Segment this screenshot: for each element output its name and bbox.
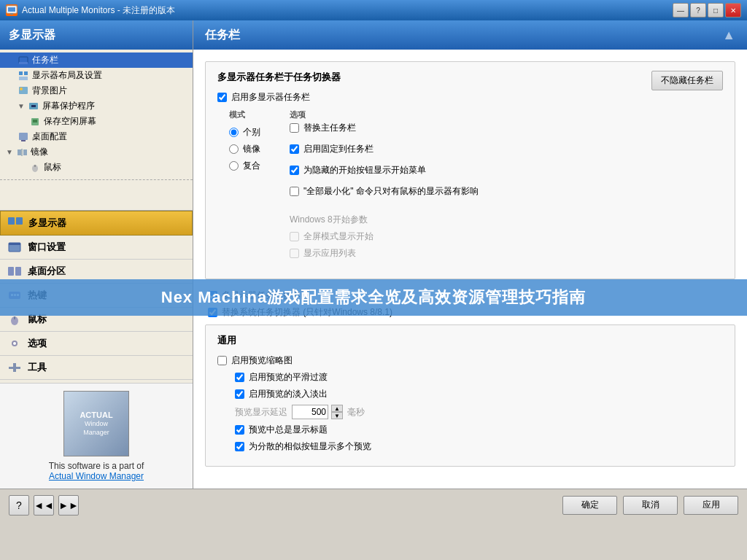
svg-rect-22 [16,217,23,225]
promo-link[interactable]: Actual Window Manager [7,471,185,481]
fade-checkbox[interactable] [235,389,244,399]
ok-button[interactable]: 确定 [562,496,617,515]
layout-tree-icon [18,70,29,82]
desktop-tree-icon [18,131,29,143]
tree-item-mirror[interactable]: ▼ 镜像 [0,144,193,160]
svg-rect-5 [19,71,23,75]
content-area: 多显示器 任务栏 显示器布局及设置 [0,20,747,489]
svg-rect-21 [8,217,15,225]
mode-options-grid: 模式 个别 镜像 复合 [229,109,723,264]
restore-button[interactable]: □ [708,3,724,18]
expand-icon-mirror: ▼ [6,148,15,156]
win8-opt1-checkbox[interactable] [290,232,299,241]
close-button[interactable]: ✕ [725,3,741,18]
help-bottom-button[interactable]: ? [9,495,29,516]
options-column: 选项 替换主任务栏 启用固定到任务栏 [290,109,479,264]
svg-rect-32 [14,316,15,319]
nav-btn-options[interactable]: 选项 [0,332,193,356]
cancel-button[interactable]: 取消 [623,496,678,515]
tree-item-screensaver[interactable]: ▼ 屏幕保护程序 [0,98,193,114]
tree-item-taskbar[interactable]: 任务栏 [0,52,193,68]
win8-opt1-row: 全屏模式显示开始 [290,230,479,243]
expand-icon-screensaver: ▼ [18,102,26,110]
option2-row: 启用固定到任务栏 [290,143,479,155]
mode-mirror-row: 镜像 [229,143,260,155]
mode-composite-row: 复合 [229,160,260,172]
option1-label: 替换主任务栏 [303,122,356,134]
mode-mirror-label: 镜像 [243,143,260,155]
nav-label-window-settings: 窗口设置 [28,241,66,254]
tree-item-desktop[interactable]: 桌面配置 [0,129,193,144]
bottom-left-buttons: ? ◄◄ ►► [9,495,79,516]
option1-row: 替换主任务栏 [290,122,479,134]
option3-checkbox[interactable] [290,166,299,175]
svg-rect-11 [31,105,36,107]
preview-thumb-checkbox[interactable] [217,356,227,365]
window-nav-icon [7,240,22,254]
svg-rect-24 [9,243,20,245]
tree-label-mirror: 镜像 [31,146,48,158]
bottom-toolbar: ? ◄◄ ►► 确定 取消 应用 [0,489,747,521]
wallpaper-tree-icon [18,85,29,97]
nav-btn-window-settings[interactable]: 窗口设置 [0,236,193,260]
enable-multi-taskbar-label: 启用多显示器任务栏 [231,91,310,104]
win8-opt2-checkbox[interactable] [290,249,299,258]
delay-value-input[interactable]: 500 [292,405,328,419]
spinner-up-button[interactable]: ▲ [331,405,343,412]
tree-area: 任务栏 显示器布局及设置 背景图片 ▼ [0,50,193,210]
delay-spinner: 500 ▲ ▼ [292,405,343,419]
enable-multi-taskbar-checkbox[interactable] [217,93,227,102]
win8-section: Windows 8开始参数 全屏模式显示开始 显示应用列表 [290,208,479,260]
option1-checkbox[interactable] [290,123,299,133]
option4-checkbox[interactable] [290,187,299,196]
show-title-checkbox[interactable] [235,425,244,435]
tree-label-desktop: 桌面配置 [32,131,67,143]
spinner-down-button[interactable]: ▼ [331,412,343,419]
multi-preview-checkbox[interactable] [235,442,244,451]
nav-btn-multi-monitor[interactable]: 多显示器 [0,211,193,236]
overlay-banner: Nex Machina游戏配置需求全览及高效资源管理技巧指南 [0,279,747,316]
option2-checkbox[interactable] [290,144,299,154]
not-hide-taskbar-button[interactable]: 不隐藏任务栏 [651,71,723,90]
title-bar-buttons: — ? □ ✕ [673,3,741,18]
nav-label-desktop-split: 桌面分区 [28,265,66,278]
tree-item-display-layout[interactable]: 显示器布局及设置 [0,68,193,83]
fade-label: 启用预览的淡入淡出 [249,388,328,400]
win8-opt1-label: 全屏模式显示开始 [303,230,374,243]
nav-label-options: 选项 [28,337,47,350]
mode-composite-radio[interactable] [229,161,239,171]
svg-rect-16 [18,149,21,155]
option4-row: "全部最小化" 命令只对有鼠标的显示器有影响 [290,185,479,198]
top-row: 多显示器任务栏于任务切换器 不隐藏任务栏 [217,71,723,91]
tree-label-screensaver: 屏幕保护程序 [42,100,95,112]
tree-item-save-screen[interactable]: 保存空闲屏幕 [0,114,193,129]
multi-preview-row: 为分散的相似按钮显示多个预览 [235,440,723,453]
options-column-label: 选项 [290,109,479,120]
nav-btn-tools[interactable]: 工具 [0,356,193,380]
help-button[interactable]: ? [690,3,706,18]
smooth-checkbox[interactable] [235,373,244,382]
forward-button[interactable]: ►► [58,495,79,516]
win8-opt2-row: 显示应用列表 [290,247,479,260]
minimize-button[interactable]: — [673,3,689,18]
mode-column-label: 模式 [229,109,260,120]
svg-rect-20 [34,165,36,167]
content-scroll[interactable]: 多显示器任务栏于任务切换器 不隐藏任务栏 启用多显示器任务栏 模式 [193,50,747,489]
mode-mirror-radio[interactable] [229,144,239,154]
tree-item-mouse[interactable]: 鼠标 [0,160,193,175]
svg-rect-26 [15,267,21,276]
mode-individual-radio[interactable] [229,128,239,137]
svg-rect-1 [8,7,15,12]
win8-opt2-label: 显示应用列表 [303,247,356,260]
svg-rect-7 [19,77,28,80]
tree-item-wallpaper[interactable]: 背景图片 [0,83,193,98]
svg-point-9 [20,88,23,90]
multi-preview-label: 为分散的相似按钮显示多个预览 [249,440,371,453]
svg-rect-25 [8,267,14,276]
app-icon [6,4,18,16]
tools-nav-icon [7,360,22,375]
apply-button[interactable]: 应用 [684,496,738,515]
content-header-label: 任务栏 [205,28,240,43]
smooth-label: 启用预览的平滑过渡 [249,371,328,384]
back-button[interactable]: ◄◄ [34,495,54,516]
